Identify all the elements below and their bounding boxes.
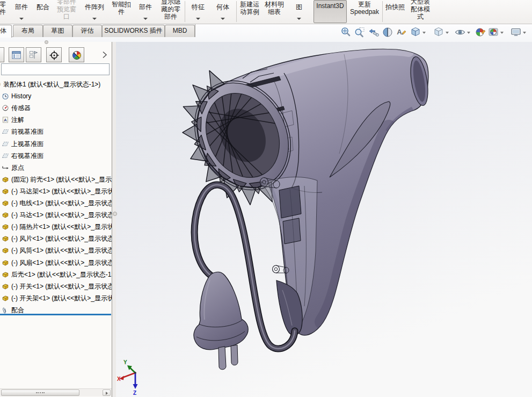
- tree-item-label: 注解: [11, 116, 24, 124]
- toolbar-button-insert-component[interactable]: 部件: [10, 0, 33, 23]
- apply-scene-button[interactable]: [487, 26, 499, 39]
- tree-item[interactable]: (-) 马达<1> (默认<<默认>_显示状态-1>): [0, 210, 112, 221]
- tree-item[interactable]: 原点: [0, 162, 112, 174]
- view-orientation-dropdown-arrow[interactable]: [422, 32, 426, 34]
- previous-view-button[interactable]: [368, 26, 380, 39]
- tree-item-label: (-) 电线<1> (默认<<默认>_显示状态-1>): [11, 199, 112, 207]
- toolbar-button-clipped-left[interactable]: 零件: [0, 0, 8, 23]
- panel-tab-displaymanager[interactable]: [69, 47, 84, 62]
- toolbar-button-mate[interactable]: 配合: [32, 0, 54, 23]
- toolbar-button-assembly-features[interactable]: 特征: [186, 0, 210, 23]
- rollback-bar[interactable]: [0, 314, 111, 315]
- tree-item[interactable]: 前视基准面: [0, 126, 112, 138]
- hide-show-items-dropdown-arrow[interactable]: [467, 32, 470, 34]
- section-view-button[interactable]: [382, 26, 393, 39]
- dynamic-annotation-views-icon: A: [396, 26, 407, 38]
- tree-item[interactable]: History: [0, 91, 112, 102]
- graphics-viewport[interactable]: X Y Z: [116, 42, 532, 397]
- view-settings-button[interactable]: [510, 26, 522, 39]
- tree-item[interactable]: 上视基准面: [0, 139, 112, 150]
- tree-item[interactable]: (-) 风扇<1> (默认<<默认>_显示状态-1>): [0, 257, 112, 269]
- dropdown-arrow-icon[interactable]: [297, 18, 301, 20]
- toolbar-button-update-speedpak[interactable]: 更新Speedpak: [348, 0, 381, 23]
- tree-item[interactable]: (-) 风片<1> (默认<<默认>_显示状态-1>): [0, 233, 112, 244]
- tab-strip-right-border: [195, 24, 195, 37]
- tab-MBD[interactable]: MBD: [165, 25, 195, 37]
- toolbar-button-new-motion-study[interactable]: 新建运动算例: [237, 0, 262, 23]
- toolbar-button-label: 新建运: [237, 1, 262, 8]
- scrollbar-right-arrow[interactable]: [103, 389, 111, 396]
- tab-SOLIDWORKS 插件[interactable]: SOLIDWORKS 插件: [102, 25, 165, 37]
- display-style-button[interactable]: [433, 26, 444, 39]
- tab-评估[interactable]: 评估: [72, 25, 102, 37]
- toolbar-button-smart-fasteners[interactable]: 智能扣件: [108, 0, 134, 23]
- dropdown-arrow-icon[interactable]: [92, 18, 97, 20]
- view-settings-dropdown-arrow[interactable]: [523, 32, 526, 34]
- section-view-icon: [382, 26, 393, 38]
- panel-horizontal-scrollbar[interactable]: [0, 388, 112, 396]
- panel-expand-arrow-icon[interactable]: [101, 50, 108, 59]
- dynamic-annotation-views-button[interactable]: A: [396, 26, 407, 39]
- tree-item[interactable]: (-) 风筒<1> (默认<<默认>_显示状态-1>): [0, 245, 112, 256]
- panel-tab-configurationmanager[interactable]: [26, 47, 41, 62]
- tree-item[interactable]: A注解: [0, 114, 112, 126]
- toolbar-button-component-preview-window[interactable]: 零部件预览窗口: [53, 0, 81, 23]
- edit-appearance-icon: [475, 26, 486, 38]
- toolbar-button-bill-of-materials[interactable]: 材料明细表: [262, 0, 287, 23]
- toolbar-button-exploded-view[interactable]: 图: [287, 0, 311, 23]
- tree-item-root[interactable]: 装配体1 (默认<默认_显示状态-1>): [0, 79, 112, 90]
- panel-splitter-dot-top[interactable]: [45, 40, 48, 44]
- zoom-to-area-button[interactable]: [354, 26, 366, 39]
- panel-tab-dimxpertmanager[interactable]: [46, 47, 62, 62]
- tree-filter-input[interactable]: [1, 63, 110, 75]
- toolbar-separator: [185, 1, 185, 22]
- toolbar-button-label: Instant3D: [314, 2, 346, 10]
- tree-item[interactable]: (-) 隔热片<1> (默认<<默认>_显示状态-1>): [0, 221, 112, 233]
- panel-tab-featuremanager-tree[interactable]: [0, 47, 4, 62]
- hide-show-items-button[interactable]: [454, 26, 466, 39]
- dropdown-arrow-icon[interactable]: [196, 18, 200, 20]
- toolbar-button-show-hidden-components[interactable]: 显示隐藏的零部件: [157, 0, 185, 23]
- toolbar-button-instant3d[interactable]: Instant3D: [314, 0, 347, 23]
- tree-item[interactable]: (-) 电线<1> (默认<<默认>_显示状态-1>): [0, 198, 112, 209]
- tree-item[interactable]: (-) 开关架<1> (默认<<默认>_显示状态-1>): [0, 293, 112, 304]
- zoom-to-fit-button[interactable]: [340, 26, 352, 39]
- toolbar-button-label: 零: [0, 1, 8, 8]
- edit-appearance-button[interactable]: [475, 26, 486, 39]
- scrollbar-thumb[interactable]: [1, 389, 79, 396]
- svg-text:A: A: [4, 118, 7, 122]
- tree-item[interactable]: (-) 马达架<1> (默认<<默认>_显示状态-1>): [0, 186, 112, 197]
- dropdown-arrow-icon[interactable]: [19, 18, 24, 20]
- view-orientation-button[interactable]: [410, 26, 421, 39]
- tab-布局[interactable]: 布局: [13, 25, 43, 37]
- panel-splitter-dot[interactable]: [113, 212, 117, 216]
- toolbar-button-label: 配合: [32, 3, 54, 11]
- toolbar-button-label: 动算例: [237, 8, 262, 16]
- toolbar-button-component-pattern[interactable]: 件阵列: [81, 0, 108, 23]
- part-icon: [2, 283, 9, 290]
- apply-scene-dropdown-arrow[interactable]: [500, 32, 504, 34]
- origin-icon: [2, 164, 9, 171]
- tab-草图[interactable]: 草图: [43, 25, 72, 37]
- triad-x-label: X: [117, 376, 121, 382]
- featuremanager-panel: 装配体1 (默认<默认_显示状态-1>)History传感器A注解前视基准面上视…: [0, 42, 112, 397]
- panel-splitter[interactable]: [112, 42, 116, 397]
- toolbar-button-move-component[interactable]: 部件: [134, 0, 157, 23]
- display-style-dropdown-arrow[interactable]: [446, 32, 449, 34]
- panel-tab-propertymanager[interactable]: [9, 47, 24, 62]
- tree-item[interactable]: (-) 开关<1> (默认<<默认>_显示状态-1>): [0, 281, 112, 292]
- tree-item[interactable]: 右视基准面: [0, 150, 112, 162]
- tree-item[interactable]: 传感器: [0, 103, 112, 114]
- toolbar-button-label: 细表: [262, 8, 287, 16]
- toolbar-button-large-assembly-mode[interactable]: 大型装配体模式: [407, 0, 434, 23]
- dropdown-arrow-icon[interactable]: [221, 18, 225, 20]
- toolbar-button-reference-geometry[interactable]: 何体: [210, 0, 235, 23]
- toolbar-button-take-snapshot[interactable]: 拍快照: [383, 0, 407, 23]
- tree-item[interactable]: 配合: [0, 305, 112, 314]
- tree-item[interactable]: (固定) 前壳<1> (默认<<默认>_显示状态-1>): [0, 174, 112, 185]
- hide-show-items-icon: [454, 26, 466, 38]
- tree-item[interactable]: 后壳<1> (默认<<默认>_显示状态-1>): [0, 269, 112, 280]
- tab-装配体[interactable]: 装配体: [0, 25, 12, 38]
- toolbar-button-label: 材料明: [262, 1, 287, 8]
- dropdown-arrow-icon[interactable]: [143, 18, 148, 20]
